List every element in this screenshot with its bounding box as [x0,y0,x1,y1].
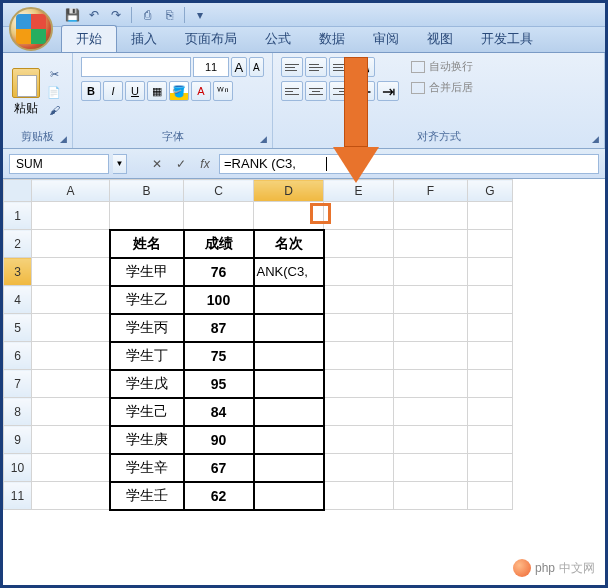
cell[interactable] [468,230,513,258]
tab-view[interactable]: 视图 [413,26,467,52]
row-header[interactable]: 7 [4,370,32,398]
format-painter-icon[interactable]: 🖌 [44,102,64,118]
cell[interactable] [254,454,324,482]
qat-dropdown-icon[interactable]: ▾ [191,6,209,24]
fx-button[interactable]: fx [195,155,215,173]
cell[interactable] [394,482,468,510]
cell[interactable] [254,314,324,342]
align-left-button[interactable] [281,81,303,101]
row-header[interactable]: 2 [4,230,32,258]
cell[interactable] [468,258,513,286]
cell[interactable] [32,426,110,454]
cell[interactable] [32,314,110,342]
name-box[interactable]: SUM [9,154,109,174]
cell[interactable]: 学生辛 [110,454,184,482]
cell[interactable]: 学生丙 [110,314,184,342]
formula-input[interactable]: =RANK (C3, [219,154,599,174]
col-header-F[interactable]: F [394,180,468,202]
shrink-font-button[interactable]: A [249,57,265,77]
cell[interactable]: 95 [184,370,254,398]
enter-formula-button[interactable]: ✓ [171,155,191,173]
wrap-text-button[interactable]: 自动换行 [407,57,477,76]
tab-formulas[interactable]: 公式 [251,26,305,52]
align-right-button[interactable] [329,81,351,101]
cell[interactable]: 名次 [254,230,324,258]
cell[interactable]: 90 [184,426,254,454]
italic-button[interactable]: I [103,81,123,101]
grow-font-button[interactable]: A [231,57,247,77]
cell[interactable] [254,398,324,426]
cell[interactable] [184,202,254,230]
cell[interactable]: 学生己 [110,398,184,426]
bold-button[interactable]: B [81,81,101,101]
cell[interactable]: 姓名 [110,230,184,258]
cell[interactable]: 学生丁 [110,342,184,370]
cell[interactable] [394,342,468,370]
cell[interactable] [32,286,110,314]
align-bottom-button[interactable] [329,57,351,77]
cell[interactable] [468,286,513,314]
cell[interactable]: 67 [184,454,254,482]
cell[interactable]: 成绩 [184,230,254,258]
paste-button[interactable]: 粘贴 [11,64,40,120]
row-header[interactable]: 10 [4,454,32,482]
row-header[interactable]: 8 [4,398,32,426]
cell[interactable] [324,258,394,286]
cut-icon[interactable]: ✂ [44,66,64,82]
col-header-E[interactable]: E [324,180,394,202]
cell[interactable]: 76 [184,258,254,286]
col-header-A[interactable]: A [32,180,110,202]
cell[interactable] [324,482,394,510]
cell[interactable]: 84 [184,398,254,426]
cell[interactable]: 学生庚 [110,426,184,454]
copy-icon[interactable]: 📄 [44,84,64,100]
orientation-button[interactable]: ⤡ [353,57,375,77]
quickprint-icon[interactable]: ⎘ [160,6,178,24]
name-box-dropdown-icon[interactable]: ▼ [113,154,127,174]
cell[interactable] [394,258,468,286]
cell[interactable] [468,398,513,426]
cell[interactable] [394,398,468,426]
tab-review[interactable]: 审阅 [359,26,413,52]
underline-button[interactable]: U [125,81,145,101]
row-header[interactable]: 4 [4,286,32,314]
cell[interactable] [254,426,324,454]
cell[interactable] [110,202,184,230]
cell[interactable] [324,230,394,258]
cell[interactable] [324,314,394,342]
font-color-button[interactable]: A [191,81,211,101]
tab-home[interactable]: 开始 [61,25,117,52]
row-header[interactable]: 3 [4,258,32,286]
border-button[interactable]: ▦ [147,81,167,101]
row-header[interactable]: 11 [4,482,32,510]
cell[interactable] [254,370,324,398]
cell[interactable] [468,342,513,370]
alignment-launcher-icon[interactable]: ◢ [588,132,602,146]
font-size-input[interactable] [193,57,229,77]
active-cell[interactable]: ANK(C3, [254,258,324,286]
decrease-indent-button[interactable]: ⇤ [353,81,375,101]
col-header-D[interactable]: D [254,180,324,202]
cell[interactable] [254,202,324,230]
cell[interactable] [324,370,394,398]
phonetic-button[interactable]: ᵂⁿ [213,81,233,101]
cell[interactable] [468,426,513,454]
cell[interactable] [32,398,110,426]
cell[interactable] [468,202,513,230]
cell[interactable] [394,454,468,482]
cell[interactable] [324,342,394,370]
cell[interactable] [324,286,394,314]
col-header-B[interactable]: B [110,180,184,202]
row-header[interactable]: 6 [4,342,32,370]
cell[interactable] [254,482,324,510]
cell[interactable] [324,398,394,426]
merge-center-button[interactable]: 合并后居 [407,78,477,97]
cell[interactable]: 学生乙 [110,286,184,314]
cell[interactable] [32,258,110,286]
font-name-input[interactable] [81,57,191,77]
cell[interactable] [324,426,394,454]
cell[interactable] [254,342,324,370]
save-icon[interactable]: 💾 [63,6,81,24]
cell[interactable] [32,454,110,482]
align-top-button[interactable] [281,57,303,77]
